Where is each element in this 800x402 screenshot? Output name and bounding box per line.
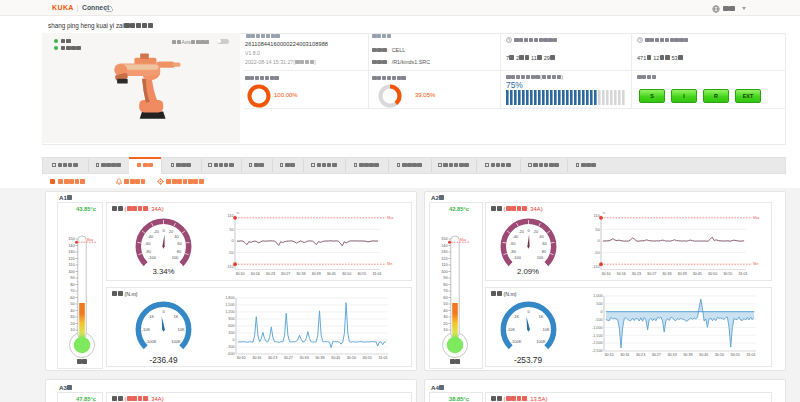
svg-text:60: 60: [177, 241, 182, 246]
svg-text:1,800: 1,800: [225, 296, 234, 300]
svg-text:30:16: 30:16: [252, 356, 261, 360]
svg-text:Min: Min: [753, 262, 759, 266]
svg-text:120: 120: [68, 257, 74, 261]
svg-text:0: 0: [600, 310, 602, 314]
svg-text:Min: Min: [387, 262, 393, 266]
svg-text:-100: -100: [512, 255, 521, 260]
svg-text:30:23: 30:23: [266, 272, 275, 276]
svg-text:31:01: 31:01: [738, 272, 747, 276]
svg-text:0: 0: [597, 239, 599, 243]
svg-text:30:10: 30:10: [235, 272, 244, 276]
svg-text:30:50: 30:50: [715, 353, 724, 357]
svg-text:60: 60: [443, 296, 447, 300]
svg-text:150: 150: [441, 237, 447, 241]
svg-text:40: 40: [174, 234, 179, 239]
svg-text:10: 10: [70, 328, 74, 332]
svg-text:30:23: 30:23: [268, 356, 277, 360]
svg-text:30:55: 30:55: [723, 272, 732, 276]
svg-text:1,500: 1,500: [225, 303, 234, 307]
svg-text:60: 60: [542, 241, 547, 246]
svg-text:80: 80: [70, 283, 74, 287]
svg-text:30:39: 30:39: [315, 356, 324, 360]
svg-text:Max: Max: [387, 216, 394, 220]
svg-text:-80: -80: [145, 249, 152, 254]
svg-text:30:27: 30:27: [284, 356, 293, 360]
svg-text:120: 120: [441, 257, 447, 261]
svg-text:100: 100: [536, 255, 543, 260]
svg-text:0: 0: [527, 309, 530, 314]
svg-text:70: 70: [443, 289, 447, 293]
svg-text:30:55: 30:55: [357, 272, 366, 276]
svg-text:140: 140: [441, 244, 447, 248]
svg-text:110: 110: [441, 263, 447, 267]
svg-text:30:45: 30:45: [693, 272, 702, 276]
svg-text:Max: Max: [753, 216, 760, 220]
svg-text:30:45: 30:45: [327, 272, 336, 276]
svg-text:-1K: -1K: [512, 314, 519, 319]
svg-text:30:27: 30:27: [652, 353, 661, 357]
svg-text:110: 110: [593, 214, 599, 218]
svg-text:30:50: 30:50: [708, 272, 717, 276]
svg-text:30:39: 30:39: [677, 272, 686, 276]
svg-text:30:39: 30:39: [683, 353, 692, 357]
svg-text:0: 0: [231, 239, 233, 243]
svg-text:100K: 100K: [171, 339, 181, 344]
svg-text:31:01: 31:01: [378, 356, 387, 360]
svg-text:0: 0: [527, 228, 530, 233]
svg-text:500: 500: [596, 302, 602, 306]
svg-text:Max: Max: [460, 238, 466, 242]
svg-text:-40: -40: [148, 234, 155, 239]
svg-text:30:16: 30:16: [620, 353, 629, 357]
svg-text:110: 110: [227, 214, 233, 218]
svg-text:0: 0: [232, 338, 234, 342]
svg-text:-1,000: -1,000: [592, 326, 602, 330]
svg-text:70: 70: [70, 289, 74, 293]
svg-text:30:10: 30:10: [236, 356, 245, 360]
svg-text:90: 90: [70, 276, 74, 280]
svg-text:-110: -110: [226, 265, 233, 269]
svg-text:30:23: 30:23: [636, 353, 645, 357]
svg-text:130: 130: [68, 250, 74, 254]
svg-text:Max: Max: [87, 238, 93, 242]
svg-text:30:16: 30:16: [251, 272, 260, 276]
svg-text:30:27: 30:27: [647, 272, 656, 276]
svg-text:30:10: 30:10: [601, 272, 610, 276]
svg-text:-110: -110: [592, 265, 599, 269]
svg-text:-2,500: -2,500: [592, 349, 602, 353]
svg-text:300: 300: [228, 331, 234, 335]
svg-text:30:33: 30:33: [299, 356, 308, 360]
svg-text:30:50: 30:50: [342, 272, 351, 276]
svg-text:50: 50: [595, 228, 599, 232]
svg-text:1,000: 1,000: [593, 294, 602, 298]
svg-text:900: 900: [228, 317, 234, 321]
svg-text:-100K: -100K: [510, 339, 521, 344]
svg-text:150: 150: [68, 237, 74, 241]
svg-text:30:55: 30:55: [363, 356, 372, 360]
svg-text:30: 30: [443, 315, 447, 319]
svg-text:-10K: -10K: [506, 326, 515, 331]
svg-text:-40: -40: [512, 234, 519, 239]
svg-text:100K: 100K: [536, 339, 546, 344]
svg-text:-100K: -100K: [146, 339, 157, 344]
svg-text:0: 0: [162, 309, 165, 314]
svg-text:80: 80: [541, 249, 546, 254]
svg-text:30:33: 30:33: [662, 272, 671, 276]
svg-text:80: 80: [177, 249, 182, 254]
svg-text:-80: -80: [510, 249, 517, 254]
svg-text:40: 40: [70, 309, 74, 313]
svg-text:140: 140: [68, 244, 74, 248]
svg-text:%: %: [236, 212, 240, 215]
svg-text:30:27: 30:27: [281, 272, 290, 276]
svg-text:30:23: 30:23: [632, 272, 641, 276]
svg-text:100: 100: [68, 270, 74, 274]
svg-text:30:16: 30:16: [617, 272, 626, 276]
svg-text:20: 20: [443, 322, 447, 326]
svg-text:-100: -100: [148, 255, 157, 260]
svg-text:30:39: 30:39: [311, 272, 320, 276]
svg-text:10K: 10K: [542, 326, 549, 331]
svg-text:10K: 10K: [177, 326, 184, 331]
svg-text:20: 20: [169, 229, 174, 234]
svg-text:-300: -300: [227, 345, 234, 349]
svg-text:-600: -600: [227, 352, 234, 356]
svg-text:0: 0: [162, 228, 165, 233]
